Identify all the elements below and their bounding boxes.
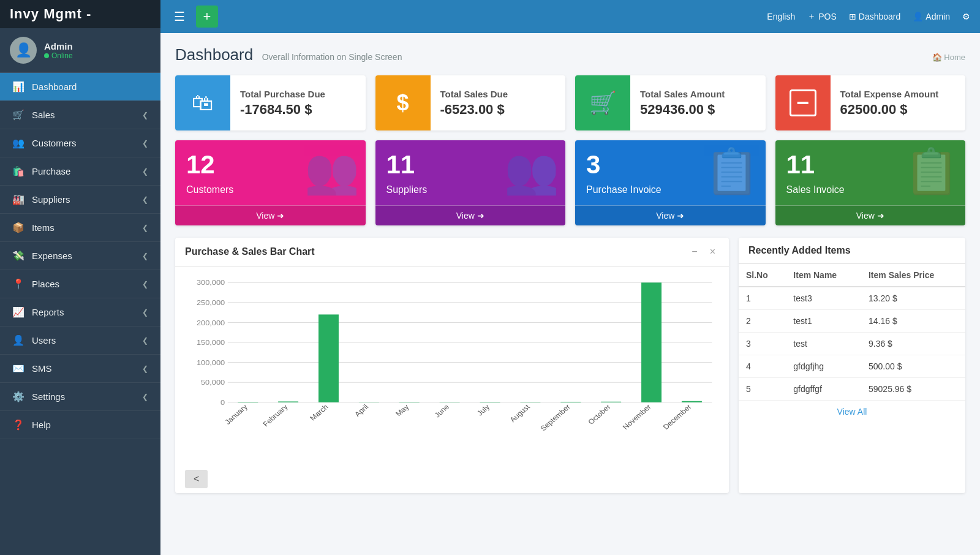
sidebar-item-suppliers[interactable]: 🏭 Suppliers ❮ (0, 186, 160, 214)
sidebar-item-items[interactable]: 📦 Items ❮ (0, 214, 160, 242)
view-all-link[interactable]: View All (739, 401, 965, 423)
settings-icon[interactable]: ⚙ (962, 12, 970, 21)
user-section: 👤 Admin Online (0, 28, 160, 73)
sidebar-item-places[interactable]: 📍 Places ❮ (0, 270, 160, 298)
svg-text:May: May (394, 403, 411, 418)
stat-card-label-total-purchase-due: Total Purchase Due (240, 89, 325, 99)
count-card-footer-customers-count[interactable]: View ➜ (175, 205, 366, 225)
table-header: Sl.No (739, 264, 786, 287)
nav-arrow-items: ❮ (142, 224, 148, 232)
nav-item-left: 🛒 Sales (12, 109, 55, 121)
stat-card-text-total-sales-amount: Total Sales Amount 529436.00 $ (630, 75, 734, 130)
home-icon: 🏠 (932, 53, 942, 62)
stat-card-total-sales-amount: 🛒 Total Sales Amount 529436.00 $ (575, 75, 766, 130)
stat-card-text-total-sales-due: Total Sales Due -6523.00 $ (431, 75, 518, 130)
scroll-left-button[interactable]: < (185, 470, 208, 488)
nav-arrow-reports: ❮ (142, 308, 148, 317)
table-cell: test (786, 333, 861, 355)
status-dot (44, 53, 49, 58)
nav-item-left: 👤 Users (12, 334, 56, 346)
count-card-suppliers-count: 11 Suppliers 👥 View ➜ (375, 140, 566, 225)
bar-chart: 300,000250,000200,000150,000100,00050,00… (185, 276, 719, 453)
close-button[interactable]: × (706, 245, 719, 259)
home-link[interactable]: 🏠 Home (932, 53, 965, 62)
svg-text:August: August (508, 402, 532, 424)
content-area: Dashboard Overall Information on Single … (160, 33, 980, 555)
sidebar-item-customers[interactable]: 👥 Customers ❮ (0, 129, 160, 157)
svg-rect-36 (682, 401, 702, 402)
pos-link[interactable]: ＋ POS (807, 11, 837, 22)
count-card-body-suppliers-count: 11 Suppliers 👥 (375, 140, 566, 205)
nav-label-help: Help (32, 420, 51, 430)
stat-card-value-total-sales-due: -6523.00 $ (440, 102, 508, 118)
nav-icon-places: 📍 (12, 278, 24, 290)
sidebar-item-sales[interactable]: 🛒 Sales ❮ (0, 101, 160, 129)
nav-icon-users: 👤 (12, 334, 24, 346)
nav-arrow-settings: ❮ (142, 393, 148, 401)
sidebar-item-help[interactable]: ❓ Help (0, 411, 160, 439)
count-label-suppliers-count: Suppliers (386, 184, 428, 195)
stat-card-total-purchase-due: 🛍 Total Purchase Due -17684.50 $ (175, 75, 366, 130)
table-row: 2test114.16 $ (739, 310, 965, 333)
nav-arrow-customers: ❮ (142, 139, 148, 148)
sidebar-item-settings[interactable]: ⚙️ Settings ❮ (0, 383, 160, 411)
sidebar-item-expenses[interactable]: 💸 Expenses ❮ (0, 242, 160, 270)
stat-card-value-total-expense-amount: 62500.00 $ (840, 102, 939, 118)
stat-card-total-expense-amount: − Total Expense Amount 62500.00 $ (775, 75, 966, 130)
sidebar-item-users[interactable]: 👤 Users ❮ (0, 327, 160, 355)
count-card-sales-invoice-count: 11 Sales Invoice 📋 View ➜ (775, 140, 966, 225)
sidebar-item-sms[interactable]: ✉️ SMS ❮ (0, 355, 160, 383)
username: Admin (44, 41, 73, 51)
stat-card-icon-total-sales-amount: 🛒 (575, 75, 630, 130)
svg-text:April: April (353, 403, 371, 418)
add-button[interactable]: + (196, 6, 218, 28)
table-cell: test3 (786, 287, 861, 310)
language-selector[interactable]: English (767, 12, 795, 21)
table-row: 1test313.20 $ (739, 287, 965, 310)
count-bg-icon-sales-invoice-count: 📋 (904, 145, 959, 197)
dashboard-icon: ⊞ (849, 12, 856, 21)
stat-card-label-total-expense-amount: Total Expense Amount (840, 89, 939, 99)
page-title: Dashboard (175, 45, 253, 64)
count-label-sales-invoice-count: Sales Invoice (786, 184, 845, 195)
count-number-suppliers-count: 11 (386, 150, 428, 179)
items-panel-title: Recently Added Items (748, 245, 851, 256)
count-card-footer-suppliers-count[interactable]: View ➜ (375, 205, 566, 225)
items-table: Sl.NoItem NameItem Sales Price1test313.2… (739, 264, 965, 401)
nav-icon-expenses: 💸 (12, 250, 24, 262)
table-cell: 59025.96 $ (861, 378, 965, 401)
nav-item-left: 🏭 Suppliers (12, 194, 70, 205)
dashboard-link[interactable]: ⊞ Dashboard (849, 12, 901, 21)
count-card-customers-count: 12 Customers 👥 View ➜ (175, 140, 366, 225)
nav-icon-reports: 📈 (12, 306, 24, 318)
table-header: Item Name (786, 264, 861, 287)
svg-text:July: July (475, 403, 492, 417)
chart-area: 300,000250,000200,000150,000100,00050,00… (175, 266, 729, 462)
nav-label-users: Users (32, 335, 56, 345)
table-cell: 1 (739, 287, 786, 310)
sidebar-item-purchase[interactable]: 🛍️ Purchase ❮ (0, 157, 160, 186)
chart-panel: Purchase & Sales Bar Chart − × 300,00025… (175, 238, 729, 493)
sidebar-item-reports[interactable]: 📈 Reports ❮ (0, 298, 160, 327)
svg-text:November: November (621, 403, 653, 431)
page-subtitle: Overall Information on Single Screen (262, 52, 402, 62)
hamburger-button[interactable]: ☰ (170, 6, 189, 28)
stat-card-text-total-expense-amount: Total Expense Amount 62500.00 $ (831, 75, 949, 130)
topbar: ☰ + English ＋ POS ⊞ Dashboard 👤 Admin ⚙ (160, 0, 980, 33)
table-row: 5gfdgffgf59025.96 $ (739, 378, 965, 401)
svg-rect-26 (480, 402, 500, 402)
admin-menu[interactable]: 👤 Admin (913, 12, 950, 21)
table-cell: gfdgfjhg (786, 355, 861, 378)
bottom-row: Purchase & Sales Bar Chart − × 300,00025… (175, 238, 965, 493)
nav-icon-purchase: 🛍️ (12, 165, 24, 177)
minimize-button[interactable]: − (688, 245, 701, 259)
table-cell: 2 (739, 310, 786, 333)
sidebar-item-dashboard[interactable]: 📊 Dashboard (0, 73, 160, 101)
count-card-footer-purchase-invoice-count[interactable]: View ➜ (575, 205, 766, 225)
count-card-body-customers-count: 12 Customers 👥 (175, 140, 366, 205)
count-bg-icon-purchase-invoice-count: 📋 (704, 145, 760, 197)
count-card-footer-sales-invoice-count[interactable]: View ➜ (775, 205, 966, 225)
stat-card-label-total-sales-due: Total Sales Due (440, 89, 508, 99)
stat-card-value-total-purchase-due: -17684.50 $ (240, 102, 325, 118)
svg-text:October: October (586, 403, 612, 426)
